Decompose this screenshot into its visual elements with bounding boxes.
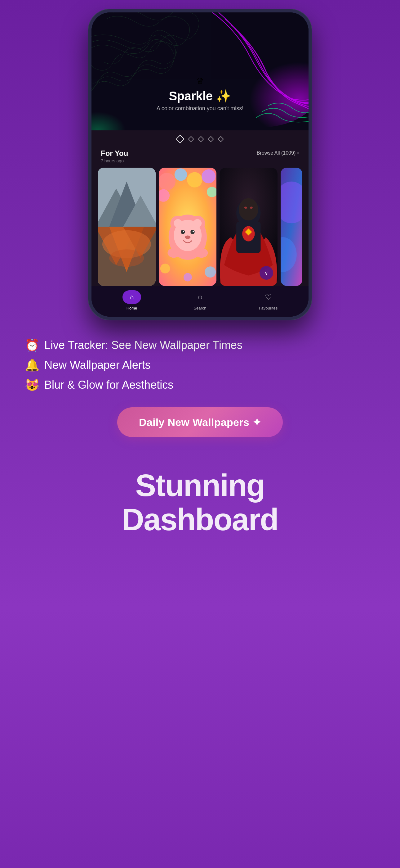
feature-2: 🔔 New Wallpaper Alerts	[25, 358, 375, 372]
headline-section: Stunning Dashboard	[0, 456, 400, 561]
favourites-icon-wrap: ♡	[259, 290, 277, 304]
svg-point-31	[185, 236, 190, 239]
pagination-dots	[92, 130, 308, 147]
feature-1-text: Live Tracker: See New Wallpaper Times	[44, 339, 242, 352]
svg-point-15	[159, 173, 175, 190]
pagination-dot-4[interactable]	[218, 136, 224, 142]
svg-point-36	[184, 273, 192, 282]
nav-favourites[interactable]: ♡ Favourites	[234, 290, 302, 310]
browse-all-label: Browse All (1009)	[257, 150, 296, 156]
svg-point-32	[167, 248, 180, 258]
star-eyes-emoji: 😻	[25, 378, 39, 392]
crown-icon: ♛	[92, 76, 308, 86]
phone-body: ♛ Sparkle ✨ A color combination you can'…	[88, 9, 312, 320]
expand-button[interactable]: ∨	[260, 266, 273, 280]
svg-point-27	[181, 230, 185, 234]
feature-2-text: New Wallpaper Alerts	[44, 359, 151, 372]
bottom-nav: ⌂ Home ○ Search ♡ Favourites	[92, 286, 308, 317]
svg-point-44	[244, 207, 247, 209]
search-icon-wrap: ○	[191, 290, 209, 304]
svg-point-29	[182, 231, 184, 232]
svg-point-47	[280, 182, 302, 223]
search-label: Search	[194, 306, 206, 310]
hero-title: Sparkle ✨	[92, 89, 308, 103]
svg-point-34	[160, 264, 170, 273]
home-icon-wrap: ⌂	[123, 290, 141, 304]
section-title: For You	[101, 149, 128, 158]
wallpaper-grid: ∨	[92, 168, 308, 286]
feature-3: 😻 Blur & Glow for Aesthetics	[25, 378, 375, 392]
wallpaper-card-4[interactable]	[280, 168, 302, 286]
svg-point-43	[239, 198, 258, 221]
home-label: Home	[127, 306, 137, 310]
search-icon: ○	[198, 293, 202, 301]
home-icon: ⌂	[130, 293, 134, 301]
pagination-dot-0[interactable]	[176, 135, 185, 144]
nav-home[interactable]: ⌂ Home	[98, 290, 166, 310]
svg-point-17	[187, 172, 202, 187]
browse-all-button[interactable]: Browse All (1009) »	[257, 150, 299, 156]
headline-line1: Stunning Dashboard	[25, 468, 375, 536]
for-you-label: For You 7 hours ago	[101, 149, 128, 163]
kawaii-wallpaper	[159, 168, 217, 286]
phone-screen: ♛ Sparkle ✨ A color combination you can'…	[92, 12, 308, 317]
svg-point-18	[202, 169, 215, 183]
feature-1: ⏰ Live Tracker: See New Wallpaper Times	[25, 338, 375, 352]
heart-icon: ♡	[265, 293, 272, 301]
cta-section: Daily New Wallpapers ✦	[0, 407, 400, 456]
hero-content: ♛ Sparkle ✨ A color combination you can'…	[92, 76, 308, 112]
hero-subtitle: A color combination you can't miss!	[92, 105, 308, 112]
pagination-dot-2[interactable]	[198, 136, 204, 142]
svg-point-45	[250, 207, 253, 209]
svg-point-33	[195, 248, 208, 258]
pagination-dot-3[interactable]	[208, 136, 214, 142]
time-ago: 7 hours ago	[101, 158, 128, 163]
browse-chevrons: »	[297, 151, 299, 156]
pagination-dot-1[interactable]	[188, 136, 194, 142]
clock-emoji: ⏰	[25, 338, 39, 352]
svg-point-30	[193, 231, 194, 232]
feature-3-text: Blur & Glow for Aesthetics	[44, 378, 173, 392]
features-section: ⏰ Live Tracker: See New Wallpaper Times …	[0, 320, 400, 407]
mountain-wallpaper	[98, 168, 156, 286]
svg-point-13	[109, 249, 144, 267]
headline-stunning: Stunning	[135, 468, 265, 503]
cta-button[interactable]: Daily New Wallpapers ✦	[117, 407, 283, 437]
wallpaper-card-kawaii[interactable]	[159, 168, 217, 286]
hero-banner: ♛ Sparkle ✨ A color combination you can'…	[92, 12, 308, 130]
svg-point-16	[174, 168, 187, 181]
headline-dashboard: Dashboard	[122, 502, 278, 537]
phone-mockup: ♛ Sparkle ✨ A color combination you can'…	[88, 9, 312, 320]
section-header: For You 7 hours ago Browse All (1009) »	[92, 147, 308, 168]
wallpaper-card-mountain[interactable]	[98, 168, 156, 286]
svg-point-35	[205, 266, 216, 278]
topo-lines	[92, 12, 308, 130]
favourites-label: Favourites	[259, 306, 278, 310]
bell-emoji: 🔔	[25, 358, 39, 372]
wallpaper-card-superman[interactable]: ∨	[220, 168, 277, 286]
svg-point-28	[190, 230, 194, 234]
nav-search[interactable]: ○ Search	[166, 290, 234, 310]
